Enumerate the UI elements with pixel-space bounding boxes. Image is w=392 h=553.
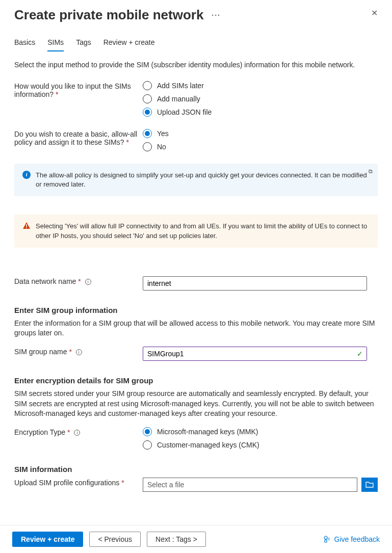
allow-all-radio-group: Yes No	[143, 129, 169, 151]
svg-rect-0	[26, 224, 27, 227]
input-method-label: How would you like to input the SIMs inf…	[14, 81, 143, 98]
radio-mmk[interactable]: Microsoft-managed keys (MMK)	[143, 427, 259, 436]
browse-file-button[interactable]	[361, 478, 378, 492]
info-tooltip-icon[interactable]: i	[76, 349, 82, 355]
allow-all-label: Do you wish to create a basic, allow-all…	[14, 129, 143, 146]
intro-text: Select the input method to provide the S…	[14, 61, 378, 69]
encryption-heading: Enter encryption details for SIM group	[14, 376, 378, 385]
svg-rect-1	[26, 227, 27, 228]
close-icon[interactable]: ✕	[369, 7, 380, 19]
upload-sim-label: Upload SIM profile configurations *	[14, 478, 143, 487]
page-title: Create private mobile network	[14, 7, 203, 23]
radio-cmk[interactable]: Customer-managed keys (CMK)	[143, 440, 259, 450]
check-icon: ✓	[357, 350, 363, 358]
review-create-button[interactable]: Review + create	[12, 532, 83, 547]
footer: Review + create < Previous Next : Tags >…	[0, 525, 392, 553]
radio-allow-all-no[interactable]: No	[143, 142, 169, 151]
data-network-label: Data network name * i	[14, 276, 143, 285]
radio-allow-all-yes[interactable]: Yes	[143, 129, 169, 138]
warning-alert: Selecting 'Yes' will allow full IP conne…	[14, 215, 378, 247]
next-button[interactable]: Next : Tags >	[147, 532, 206, 547]
sim-group-name-input[interactable]	[143, 347, 367, 361]
info-icon: i	[22, 171, 31, 179]
sim-group-name-label: SIM group name * i	[14, 347, 143, 356]
encryption-desc: SIM secrets stored under your SIM group …	[14, 389, 378, 419]
give-feedback-link[interactable]: Give feedback	[323, 535, 380, 543]
more-options-icon[interactable]: ···	[212, 11, 221, 19]
sim-group-desc: Enter the information for a SIM group th…	[14, 319, 378, 338]
warning-icon	[22, 222, 31, 230]
info-tooltip-icon[interactable]: i	[85, 279, 91, 285]
tabs: Basics SIMs Tags Review + create	[14, 38, 378, 51]
svg-point-2	[324, 536, 327, 539]
tab-sims[interactable]: SIMs	[47, 38, 64, 51]
sim-info-heading: SIM information	[14, 465, 378, 473]
tab-tags[interactable]: Tags	[76, 38, 91, 51]
encryption-type-label: Encryption Type * i	[14, 427, 143, 436]
input-method-radio-group: Add SIMs later Add manually Upload JSON …	[143, 81, 212, 117]
radio-upload-json[interactable]: Upload JSON file	[143, 108, 212, 117]
radio-add-manually[interactable]: Add manually	[143, 94, 212, 103]
tab-basics[interactable]: Basics	[14, 38, 35, 51]
feedback-icon	[323, 535, 331, 543]
file-select-input[interactable]: Select a file	[143, 478, 357, 492]
data-network-input[interactable]	[143, 276, 367, 291]
tab-review-create[interactable]: Review + create	[103, 38, 155, 51]
radio-add-sims-later[interactable]: Add SIMs later	[143, 81, 212, 90]
popout-icon[interactable]: ⧉	[369, 168, 373, 175]
previous-button[interactable]: < Previous	[89, 532, 141, 547]
info-alert: i The allow-all policy is designed to si…	[14, 164, 378, 196]
encryption-radio-group: Microsoft-managed keys (MMK) Customer-ma…	[143, 427, 259, 450]
sim-group-heading: Enter SIM group information	[14, 306, 378, 314]
info-tooltip-icon[interactable]: i	[74, 430, 80, 436]
